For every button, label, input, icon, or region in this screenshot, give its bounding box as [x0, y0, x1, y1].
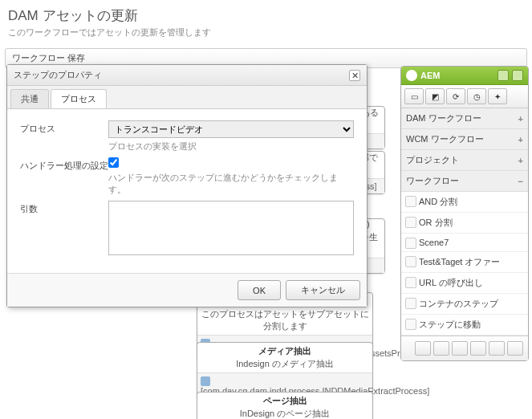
lock-icon[interactable]	[452, 341, 468, 356]
sidekick-item[interactable]: AND 分割	[401, 192, 528, 213]
handler-checkbox[interactable]	[108, 157, 119, 168]
handler-label: ハンドラー処理の設定	[20, 157, 108, 172]
collapse-icon[interactable]	[497, 70, 509, 81]
page-subtitle: このワークフローではアセットの更新を管理します	[8, 26, 524, 39]
dialog-title: ステップのプロパティ	[14, 69, 102, 81]
process-hint: プロセスの実装を選択	[108, 140, 354, 153]
sidekick-item[interactable]: Test&Taget オファー	[401, 252, 528, 273]
mode-components-icon[interactable]: ◩	[425, 88, 445, 104]
world-icon[interactable]	[507, 341, 523, 356]
sidekick-item[interactable]: URL の呼び出し	[401, 273, 528, 294]
edit-icon[interactable]	[415, 341, 431, 356]
args-label: 引数	[20, 201, 108, 215]
copy-icon[interactable]	[470, 341, 486, 356]
sidekick-category[interactable]: DAM ワークフロー+	[401, 108, 528, 129]
tab-process[interactable]: プロセス	[51, 89, 107, 108]
cancel-button[interactable]: キャンセル	[286, 280, 360, 300]
workflow-step[interactable]: ページ抽出 InDesign のページ抽出	[197, 392, 373, 419]
step-title: メディア抽出	[197, 343, 372, 358]
step-title: ページ抽出	[197, 393, 372, 408]
mode-versioning-icon[interactable]: ◷	[467, 88, 486, 104]
close-icon[interactable]: ✕	[349, 70, 360, 81]
ok-button[interactable]: OK	[238, 280, 281, 300]
sidekick-bottom-toolbar	[401, 336, 528, 360]
sidekick-item[interactable]: コンテナのステップ	[401, 294, 528, 315]
sidekick: AEM ▭ ◩ ⟳ ◷ ✦ DAM ワークフロー+ WCM ワークフロー+ プロ…	[400, 66, 529, 361]
sidekick-category[interactable]: WCM ワークフロー+	[401, 129, 528, 150]
process-select[interactable]: トランスコードビデオ	[108, 120, 354, 138]
gear-icon	[406, 70, 417, 81]
args-textarea[interactable]	[108, 201, 354, 255]
sidekick-header[interactable]: AEM	[401, 67, 528, 85]
sidekick-toolbar: ▭ ◩ ⟳ ◷ ✦	[401, 85, 528, 108]
mode-page-icon[interactable]: ▭	[404, 88, 424, 104]
tab-common[interactable]: 共通	[10, 89, 49, 108]
java-icon	[201, 376, 210, 386]
sidekick-item[interactable]: ステップに移動	[401, 315, 528, 336]
close-icon[interactable]	[512, 70, 523, 81]
sidekick-item[interactable]: Scene7	[401, 234, 528, 252]
step-sub: Indesign のメディア抽出	[197, 358, 372, 372]
sidekick-category[interactable]: ワークフロー−	[401, 171, 528, 192]
mode-info-icon[interactable]: ✦	[488, 88, 507, 104]
page-title: DAM アセットの更新	[8, 6, 524, 25]
mode-workflow-icon[interactable]: ⟳	[446, 88, 465, 104]
link-icon[interactable]	[489, 341, 505, 356]
step-sub: InDesign のページ抽出	[197, 408, 372, 419]
sidekick-category[interactable]: プロジェクト+	[401, 150, 528, 171]
handler-hint: ハンドラーが次のステップに進むかどうかをチェックします。	[108, 172, 354, 196]
workflow-step[interactable]: メディア抽出 Indesign のメディア抽出 [com.day.cq.dam.…	[197, 342, 373, 399]
dialog-tabs: 共通 プロセス	[7, 86, 367, 109]
step-properties-dialog: ステップのプロパティ ✕ 共通 プロセス プロセス トランスコードビデオ プロセ…	[6, 64, 368, 307]
wrench-icon[interactable]	[433, 341, 449, 356]
step-sub: このプロセスはアセットをサブアセットに分割します	[197, 308, 372, 335]
sidekick-item[interactable]: OR 分割	[401, 213, 528, 234]
process-label: プロセス	[20, 120, 108, 135]
